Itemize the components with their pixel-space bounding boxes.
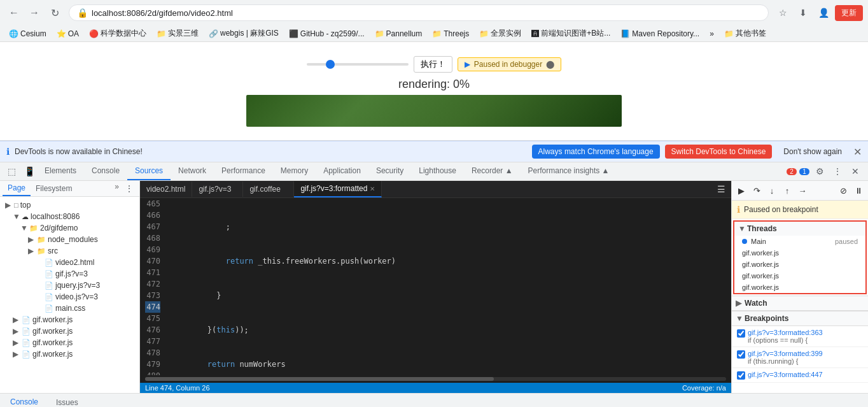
editor-tab-gifcoffee[interactable]: gif.coffee: [243, 182, 294, 197]
editor-tab-video2html[interactable]: video2.html: [140, 182, 192, 197]
file-icon-gifworker2: 📄: [22, 327, 31, 336]
threads-header[interactable]: ▼ Threads: [734, 222, 865, 236]
tree-item-gifworker1[interactable]: ▶ 📄 gif.worker.js: [0, 314, 139, 325]
bookmark-cesium[interactable]: 🌐 Cesium: [5, 28, 50, 39]
watch-header[interactable]: ▶ Watch: [732, 296, 868, 311]
tree-item-gifworker2[interactable]: ▶ 📄 gif.worker.js: [0, 325, 139, 337]
tree-item-localhost[interactable]: ▼ ☁ localhost:8086: [0, 211, 139, 222]
bookmark-pannellum[interactable]: 📁 Pannellum: [371, 28, 426, 39]
thread-worker-4[interactable]: gif.worker.js: [734, 282, 865, 293]
close-devtools-icon[interactable]: ✕: [848, 164, 863, 179]
tab-performance[interactable]: Performance: [214, 162, 273, 180]
step-button[interactable]: →: [795, 183, 809, 197]
show-navigator-icon[interactable]: ☰: [713, 182, 729, 197]
tab-elements[interactable]: Elements: [37, 162, 84, 180]
settings-icon[interactable]: ⚙: [812, 164, 827, 179]
bookmark-maven[interactable]: 📘 Maven Repository...: [617, 28, 703, 39]
tree-item-top[interactable]: ▶ □ top: [0, 199, 139, 211]
bookmark-oa[interactable]: ⭐ OA: [53, 28, 83, 39]
editor-tab-gifjs[interactable]: gif.js?v=3: [192, 182, 243, 197]
panel-menu-icon[interactable]: ⋮: [122, 181, 137, 196]
thread-main[interactable]: Main paused: [734, 236, 865, 247]
breakpoint-3[interactable]: gif.js?v=3:formatted:447: [732, 368, 868, 383]
bookmark-button[interactable]: ☆: [774, 4, 792, 22]
tab-console[interactable]: Console: [84, 162, 127, 180]
tree-label-localhost: localhost:8086: [31, 212, 137, 221]
tab-security[interactable]: Security: [368, 162, 411, 180]
tree-label-top: top: [20, 201, 137, 210]
frontend-icon: 🅰: [531, 29, 539, 38]
tree-item-video2html[interactable]: 📄 video2.html: [0, 257, 139, 268]
notification-close-icon[interactable]: ✕: [853, 146, 862, 158]
switch-chinese-button[interactable]: Switch DevTools to Chinese: [665, 145, 773, 159]
tree-item-maincss[interactable]: 📄 main.css: [0, 303, 139, 314]
page-content: 执行！ ▶ Paused in debugger ⬤ rendering: 0%: [0, 42, 868, 141]
tab-lighthouse[interactable]: Lighthouse: [411, 162, 464, 180]
bookmark-webgis[interactable]: 🔗 webgis | 麻辣GIS: [205, 27, 283, 40]
bookmark-others[interactable]: 📁 其他书签: [720, 27, 770, 40]
bottom-tab-console[interactable]: Console: [5, 395, 43, 408]
account-button[interactable]: 👤: [815, 4, 832, 22]
code-content[interactable]: ; return _this.freeWorkers.push(worker) …: [165, 198, 731, 375]
tree-item-gifjs[interactable]: 📄 gif.js?v=3: [0, 268, 139, 280]
reload-button[interactable]: ↻: [46, 4, 64, 22]
back-button[interactable]: ←: [5, 4, 23, 22]
editor-tab-gifformatted[interactable]: gif.js?v=3:formatted ✕: [294, 181, 382, 197]
tab-close-icon[interactable]: ✕: [370, 185, 375, 192]
pause-on-exceptions-icon[interactable]: ⏸: [851, 183, 865, 197]
more-options-icon[interactable]: ⋮: [830, 164, 845, 179]
tree-item-jqueryjs[interactable]: 📄 jquery.js?v=3: [0, 280, 139, 291]
devtools-notification: ℹ DevTools is now available in Chinese! …: [0, 141, 868, 162]
panel-tab-filesystem[interactable]: Filesystem: [31, 182, 77, 196]
editor-scrollbar-h[interactable]: [140, 375, 731, 383]
device-toolbar-icon[interactable]: 📱: [22, 164, 37, 179]
breakpoints-label: Breakpoints: [745, 314, 788, 323]
breakpoint-1[interactable]: gif.js?v=3:formatted:363 if (options == …: [732, 326, 868, 347]
download-button[interactable]: ⬇: [794, 4, 812, 22]
tree-item-src[interactable]: ▶ 📁 src: [0, 245, 139, 257]
match-language-button[interactable]: Always match Chrome's language: [532, 145, 660, 159]
bookmark-shijing[interactable]: 📁 实景三维: [153, 27, 202, 40]
breakpoint-2-checkbox[interactable]: [737, 350, 745, 359]
thread-worker-1[interactable]: gif.worker.js: [734, 247, 865, 259]
step-over-button[interactable]: ↷: [750, 183, 764, 197]
tree-item-gifworker3[interactable]: ▶ 📄 gif.worker.js: [0, 337, 139, 348]
tab-sources[interactable]: Sources: [127, 162, 171, 180]
more-panel-icon[interactable]: »: [112, 181, 122, 196]
tree-item-gifdemo[interactable]: ▼ 📁 2d/gifdemo: [0, 222, 139, 234]
tree-item-nodemodules[interactable]: ▶ 📁 node_modules: [0, 234, 139, 245]
breakpoint-3-checkbox[interactable]: [737, 371, 745, 380]
resume-button[interactable]: ▶: [734, 183, 748, 197]
tab-network[interactable]: Network: [171, 162, 214, 180]
forward-button[interactable]: →: [25, 4, 43, 22]
bottom-tab-issues[interactable]: Issues: [51, 396, 83, 408]
bookmark-more[interactable]: »: [706, 28, 718, 39]
panel-tab-page[interactable]: Page: [3, 181, 31, 196]
update-button[interactable]: 更新: [835, 5, 863, 21]
paused-text: Paused in debugger: [474, 60, 542, 69]
breakpoint-2[interactable]: gif.js?v=3:formatted:399 if (this.runnin…: [732, 347, 868, 368]
breakpoint-1-checkbox[interactable]: [737, 329, 745, 338]
tab-memory[interactable]: Memory: [273, 162, 316, 180]
deactivate-breakpoints-icon[interactable]: ⊘: [836, 183, 850, 197]
step-into-button[interactable]: ↓: [765, 183, 779, 197]
slider-track[interactable]: [307, 63, 409, 66]
thread-worker-3[interactable]: gif.worker.js: [734, 270, 865, 282]
bookmark-scidata[interactable]: 🔴 科学数据中心: [85, 27, 150, 40]
tab-recorder[interactable]: Recorder ▲: [464, 162, 521, 180]
address-bar[interactable]: 🔒 localhost:8086/2d/gifdemo/video2.html: [69, 4, 769, 21]
tree-item-gifworker4[interactable]: ▶ 📄 gif.worker.js: [0, 348, 139, 360]
bookmark-frontend[interactable]: 🅰 前端知识图谱+B站...: [528, 27, 614, 40]
breakpoints-header[interactable]: ▼ Breakpoints: [732, 311, 868, 326]
tree-item-videojs[interactable]: 📄 video.js?v=3: [0, 291, 139, 303]
exec-button[interactable]: 执行！: [414, 56, 452, 73]
step-out-button[interactable]: ↑: [780, 183, 794, 197]
dont-show-button[interactable]: Don't show again: [777, 145, 848, 159]
tab-application[interactable]: Application: [316, 162, 368, 180]
bookmark-github[interactable]: ⬛ GitHub - zq2599/...: [285, 28, 368, 39]
tab-perf-insights[interactable]: Performance insights ▲: [521, 162, 617, 180]
thread-worker-2[interactable]: gif.worker.js: [734, 259, 865, 270]
bookmark-threejs[interactable]: 📁 Threejs: [428, 28, 473, 39]
bookmark-quanjing[interactable]: 📁 全景实例: [475, 27, 525, 40]
inspect-element-icon[interactable]: ⬚: [4, 164, 19, 179]
